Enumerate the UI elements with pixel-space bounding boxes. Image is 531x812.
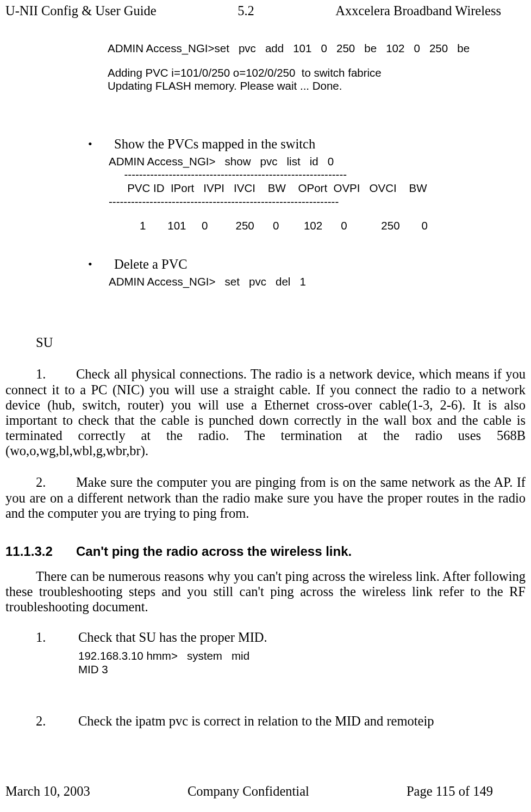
code-line: ADMIN Access_NGI> show pvc list id 0 (109, 155, 526, 169)
code-line: 1 101 0 250 0 102 0 250 0 (109, 219, 526, 233)
code-block-system-mid: 192.168.3.10 hmm> system mid MID 3 (78, 649, 526, 676)
bullet-text: Show the PVCs mapped in the switch (114, 137, 315, 152)
code-line: ADMIN Access_NGI>set pvc add 101 0 250 b… (108, 42, 526, 55)
section-heading: 11.1.3.2Can't ping the radio across the … (5, 544, 526, 559)
page-header: U-NII Config & User Guide 5.2 Axxcelera … (0, 3, 531, 18)
bullet-icon: • (88, 137, 114, 152)
footer-center: Company Confidential (188, 784, 309, 799)
body-step-1: 1.Check all physical connections. The ra… (5, 367, 526, 458)
step-number: 2. (5, 475, 76, 490)
code-line: Adding PVC i=101/0/250 o=102/0/250 to sw… (108, 66, 526, 80)
bullet-item: • Delete a PVC (88, 257, 526, 272)
code-line: ----------------------------------------… (109, 195, 526, 209)
code-block-top: ADMIN Access_NGI>set pvc add 101 0 250 b… (108, 42, 526, 93)
section-title: Can't ping the radio across the wireless… (76, 544, 352, 559)
bullet-icon: • (88, 257, 114, 272)
step-text: Check all physical connections. The radi… (5, 367, 526, 458)
header-center: 5.2 (238, 3, 254, 18)
footer-left: March 10, 2003 (5, 784, 90, 799)
section-paragraph: There can be numerous reasons why you ca… (5, 569, 526, 615)
step-text: Check the ipatm pvc is correct in relati… (78, 714, 434, 728)
su-label: SU (36, 335, 526, 350)
bullet-text: Delete a PVC (114, 257, 188, 272)
section-step-2: 2. Check the ipatm pvc is correct in rel… (5, 714, 526, 729)
code-block-del-pvc: ADMIN Access_NGI> set pvc del 1 (109, 275, 526, 289)
page-footer: March 10, 2003 Company Confidential Page… (0, 784, 531, 799)
code-line: Updating FLASH memory. Please wait ... D… (108, 79, 526, 93)
page-content: ADMIN Access_NGI>set pvc add 101 0 250 b… (5, 30, 526, 729)
section-step-1: 1. Check that SU has the proper MID. (5, 630, 526, 645)
section-number: 11.1.3.2 (5, 544, 76, 559)
step-number: 2. (36, 714, 78, 729)
code-line: PVC ID IPort IVPI IVCI BW OPort OVPI OVC… (109, 182, 526, 195)
step-number: 1. (36, 630, 78, 645)
code-block-show-pvc: ADMIN Access_NGI> show pvc list id 0 ---… (109, 155, 526, 233)
code-line: 192.168.3.10 hmm> system mid (78, 649, 526, 663)
code-line: ADMIN Access_NGI> set pvc del 1 (109, 275, 526, 289)
header-right: Axxcelera Broadband Wireless (335, 3, 501, 18)
footer-right: Page 115 of 149 (407, 784, 493, 799)
step-text: Make sure the computer you are pinging f… (5, 475, 526, 520)
code-line: ----------------------------------------… (109, 168, 526, 182)
bullet-item: • Show the PVCs mapped in the switch (88, 137, 526, 152)
step-number: 1. (5, 367, 76, 382)
code-line: MID 3 (78, 663, 526, 677)
body-step-2: 2.Make sure the computer you are pinging… (5, 475, 526, 521)
step-text: Check that SU has the proper MID. (78, 630, 267, 644)
header-left: U-NII Config & User Guide (5, 3, 157, 18)
